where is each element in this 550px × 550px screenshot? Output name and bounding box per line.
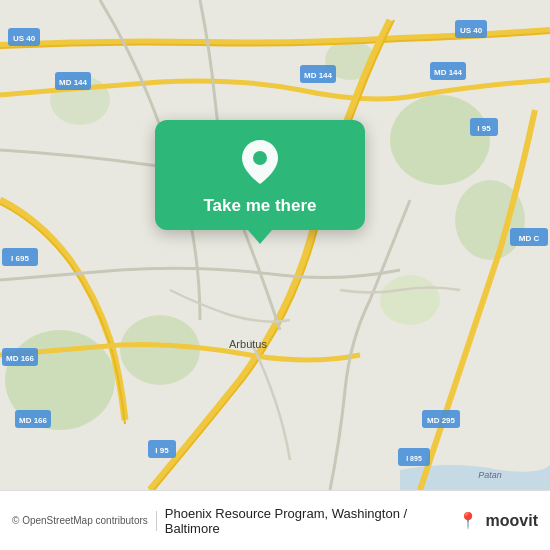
svg-text:I 895: I 895: [406, 455, 422, 462]
svg-point-5: [380, 275, 440, 325]
svg-text:Patan: Patan: [478, 470, 502, 480]
footer-divider: [156, 511, 157, 531]
popup-card: Take me there: [155, 120, 365, 230]
svg-text:I 695: I 695: [11, 254, 29, 263]
moovit-label: moovit: [486, 512, 538, 530]
svg-text:US 40: US 40: [13, 34, 36, 43]
location-pin-icon: [236, 138, 284, 186]
svg-text:I 95: I 95: [477, 124, 491, 133]
footer-bar: © OpenStreetMap contributors Phoenix Res…: [0, 490, 550, 550]
svg-point-36: [253, 151, 267, 165]
take-me-there-button[interactable]: Take me there: [203, 196, 316, 216]
copyright-text: © OpenStreetMap contributors: [12, 515, 148, 526]
svg-text:MD 144: MD 144: [434, 68, 463, 77]
location-name: Phoenix Resource Program, Washington / B…: [165, 506, 450, 536]
svg-point-2: [120, 315, 200, 385]
moovit-pin-icon: 📍: [458, 511, 478, 530]
svg-text:Arbutus: Arbutus: [229, 338, 267, 350]
svg-text:MD 295: MD 295: [427, 416, 456, 425]
svg-text:MD 166: MD 166: [6, 354, 35, 363]
map-view: US 40 US 40 MD 144 MD 144 MD 144 I 695 I…: [0, 0, 550, 490]
svg-text:MD 166: MD 166: [19, 416, 48, 425]
svg-text:MD 144: MD 144: [304, 71, 333, 80]
moovit-logo: moovit: [486, 512, 538, 530]
svg-text:MD C: MD C: [519, 234, 540, 243]
svg-text:I 95: I 95: [155, 446, 169, 455]
svg-point-3: [390, 95, 490, 185]
location-info: Phoenix Resource Program, Washington / B…: [165, 506, 478, 536]
svg-text:MD 144: MD 144: [59, 78, 88, 87]
svg-text:US 40: US 40: [460, 26, 483, 35]
